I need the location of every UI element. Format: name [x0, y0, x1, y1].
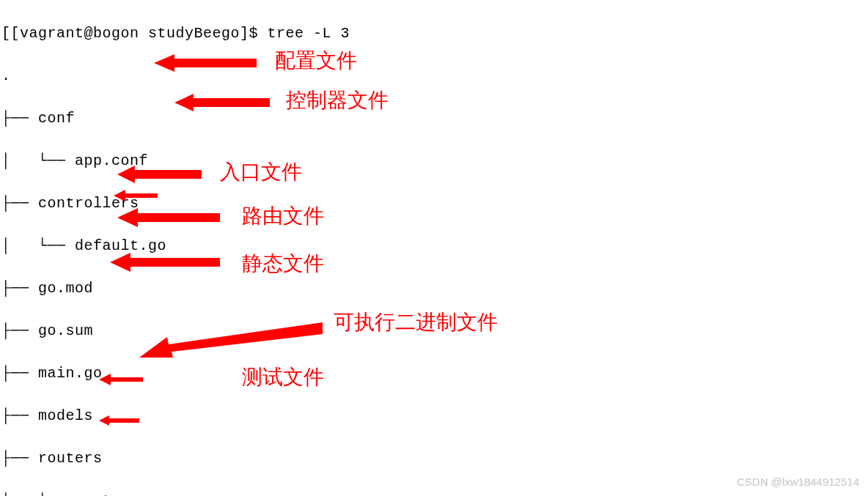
command-prompt: [[vagrant@bogon studyBeego]$ tree -L 3	[1, 23, 867, 44]
tree-line: │ └── router.go	[1, 490, 867, 496]
watermark: CSDN @lxw1844912514	[737, 474, 859, 490]
terminal-output: [[vagrant@bogon studyBeego]$ tree -L 3 .…	[0, 0, 868, 496]
tree-line: ├── routers	[1, 448, 867, 469]
tree-line: ├── models	[1, 405, 867, 426]
tree-line: ├── go.sum	[1, 320, 867, 341]
tree-line: ├── go.mod	[1, 278, 867, 299]
tree-line: .	[1, 65, 867, 86]
tree-line: ├── conf	[1, 108, 867, 129]
tree-line: │ └── default.go	[1, 235, 867, 256]
tree-line: ├── main.go	[1, 363, 867, 384]
tree-line: ├── controllers	[1, 193, 867, 214]
tree-line: │ └── app.conf	[1, 150, 867, 171]
